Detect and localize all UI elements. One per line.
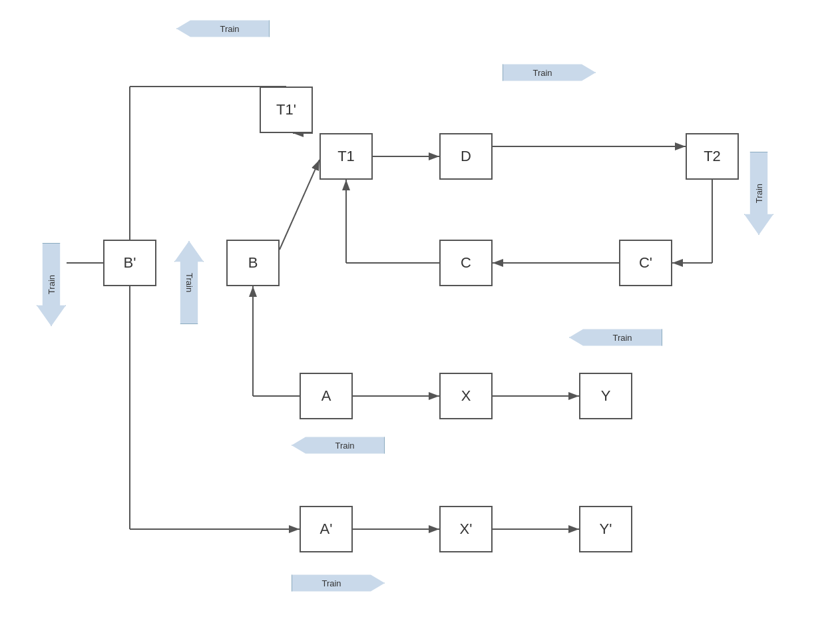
diagram-svg (0, 0, 840, 619)
node-Cp: C' (619, 240, 672, 286)
node-Bp: B' (103, 240, 156, 286)
node-A: A (300, 373, 353, 419)
node-Y: Y (579, 373, 632, 419)
node-Ap: A' (300, 506, 353, 552)
node-T1: T1 (319, 133, 373, 180)
node-Yp: Y' (579, 506, 632, 552)
svg-line-5 (280, 160, 319, 250)
node-T1p: T1' (260, 87, 313, 133)
node-B: B (226, 240, 280, 286)
node-T2: T2 (686, 133, 739, 180)
node-C: C (439, 240, 493, 286)
node-X: X (439, 373, 493, 419)
node-Xp: X' (439, 506, 493, 552)
node-D: D (439, 133, 493, 180)
